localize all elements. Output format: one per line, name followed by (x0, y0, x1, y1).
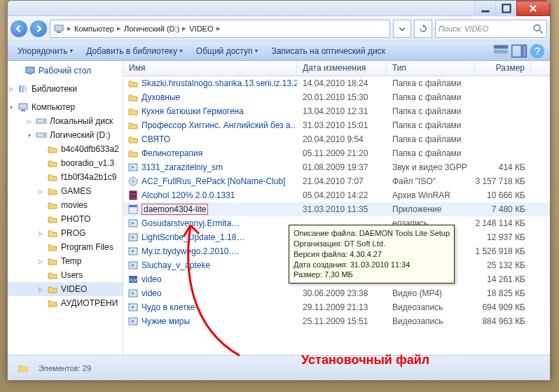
tree-item[interactable]: ▷Temp (8, 254, 123, 268)
file-row[interactable]: Фелинотерапия05.11.2009 21:20Папка с фай… (123, 146, 550, 160)
tree-item[interactable]: ▷PROG (8, 226, 123, 240)
file-name: video (142, 274, 162, 284)
col-type[interactable]: Тип (387, 61, 475, 76)
add-to-library-button[interactable]: Добавить в библиотеку▼ (81, 44, 188, 58)
tree-item[interactable]: f1b0f34a2b1c9 (8, 170, 123, 184)
file-type: Папка с файлами (387, 148, 475, 158)
tree-item[interactable]: ▷VIDEO (8, 282, 123, 296)
burn-button[interactable]: Записать на оптический диск (265, 44, 391, 58)
file-row[interactable]: Skazki.hrustalnogo.sharika.13.serii.iz.1… (123, 76, 550, 90)
file-size: 14 261 КБ (475, 274, 531, 284)
tree-item[interactable]: АУДИОТРЕНИ (8, 296, 123, 310)
col-size[interactable]: Размер (475, 61, 531, 76)
tree-item[interactable]: booradio_v1.3 (8, 156, 123, 170)
file-row[interactable]: Чудо в клетке29.11.2009 21:13Видеозапись… (123, 300, 550, 314)
svg-rect-18 (19, 104, 27, 109)
file-row[interactable]: video30.06.2009 23:38Видео (MP4)18 825 К… (123, 286, 550, 300)
file-icon (127, 134, 139, 145)
folder-icon (47, 214, 58, 225)
col-date[interactable]: Дата изменения (297, 61, 387, 76)
drive-icon (36, 130, 47, 141)
tree-logical-disk[interactable]: ▾Логический (D:) (8, 128, 123, 142)
file-name: Sluchay_v_apteke (142, 260, 210, 270)
file-row[interactable]: Alcohol 120% 2.0.0.133105.04.2010 14:22А… (123, 188, 550, 202)
folder-icon (47, 158, 58, 169)
file-size: 3 157 718 КБ (475, 176, 531, 186)
file-type: Приложение (387, 204, 475, 214)
titlebar (8, 1, 550, 16)
file-name: LightScribe_Update_1.18… (142, 232, 244, 242)
tree-item[interactable]: b4c40dfb633a2 (8, 142, 123, 156)
file-row[interactable]: daemon4304-lite31.03.2010 11:35Приложени… (123, 202, 550, 216)
crumb[interactable]: VIDEO (189, 24, 213, 33)
svg-point-27 (132, 181, 134, 183)
col-name[interactable]: Имя (123, 61, 297, 76)
back-button[interactable] (11, 20, 27, 37)
tree-computer[interactable]: ▾Компьютер (8, 96, 123, 114)
tree-item[interactable]: Program Files (8, 240, 123, 254)
nav-tree[interactable]: Рабочий стол ▷Библиотеки ▾Компьютер ▷Лок… (8, 61, 123, 355)
file-row[interactable]: СВЯТО20.04.2010 9:54Папка с файлами (123, 132, 550, 146)
forward-button[interactable] (30, 20, 47, 37)
file-date: 30.06.2009 23:38 (297, 288, 387, 298)
file-row[interactable]: Духовные20.01.2010 15:30Папка с файлами (123, 90, 550, 104)
file-type: Папка с файлами (387, 106, 475, 116)
svg-rect-9 (512, 45, 522, 57)
close-button[interactable] (516, 1, 550, 16)
file-size: 414 КБ (475, 162, 531, 172)
file-date: 21.04.2010 7:07 (297, 176, 387, 186)
tree-local-disk[interactable]: ▷Локальный диск (8, 114, 123, 128)
svg-rect-16 (22, 85, 24, 92)
svg-rect-1 (502, 4, 510, 12)
crumb[interactable]: Компьютер (74, 24, 114, 33)
search-icon (532, 23, 544, 34)
svg-rect-0 (481, 10, 489, 13)
folder-icon (47, 186, 58, 197)
file-type: Видеозапись (387, 316, 475, 326)
file-icon (127, 302, 139, 313)
organize-button[interactable]: Упорядочить▼ (12, 44, 79, 58)
file-type: Видеозапись (387, 302, 475, 312)
maximize-button[interactable] (495, 1, 516, 16)
file-name: Духовные (142, 92, 180, 102)
minimize-button[interactable] (474, 1, 495, 16)
tree-desktop[interactable]: Рабочий стол (8, 64, 123, 78)
file-type: Архив WinRAR (387, 190, 475, 200)
search-input[interactable]: Поиск: VIDEO (435, 20, 547, 38)
tree-item[interactable]: ▷GAMES (8, 184, 123, 198)
tree-libraries[interactable]: ▷Библиотеки (8, 78, 123, 96)
file-type: Звук и видео 3GPP (387, 162, 475, 172)
column-headers[interactable]: Имя Дата изменения Тип Размер (123, 61, 550, 76)
folder-icon (47, 227, 58, 239)
preview-pane-button[interactable] (511, 43, 527, 59)
file-row[interactable]: Кухня батюшки Гермогена13.04.2010 12:31П… (123, 104, 550, 118)
file-type: Видео (MP4) (387, 288, 475, 298)
crumb[interactable]: Логический (D:) (124, 24, 179, 33)
file-name: 3131_zarazitelniy_sm (142, 162, 223, 172)
view-button[interactable] (492, 43, 509, 59)
svg-text:FLV: FLV (130, 278, 137, 282)
help-button[interactable]: ? (529, 43, 546, 59)
share-button[interactable]: Общий доступ▼ (191, 44, 265, 58)
refresh-button[interactable] (414, 20, 432, 38)
file-type: Папка с файлами (387, 92, 475, 102)
file-name: Профессор Хиггинс. Английский без а… (142, 120, 297, 130)
file-row[interactable]: 3131_zarazitelniy_sm01.08.2009 19:37Звук… (123, 160, 550, 174)
computer-icon (18, 102, 29, 113)
file-icon (127, 120, 139, 131)
file-icon (127, 148, 139, 159)
file-list[interactable]: Имя Дата изменения Тип Размер Skazki.hru… (123, 61, 550, 355)
file-row[interactable]: Профессор Хиггинс. Английский без а…31.0… (123, 118, 550, 132)
tree-item[interactable]: Users (8, 268, 123, 282)
file-row[interactable]: Чужие миры25.11.2009 15:51Видеозапись884… (123, 314, 550, 328)
history-dropdown[interactable] (393, 20, 411, 38)
file-size: 25 132 КБ (475, 260, 531, 270)
file-date: 05.11.2009 21:20 (297, 148, 387, 158)
file-tooltip: Описание файла: DAEMON Tools Lite Setup … (289, 225, 455, 284)
file-row[interactable]: AC2_FullRus_RePack [NoName-Club]21.04.20… (123, 174, 550, 188)
status-label: Элементов: (39, 364, 81, 372)
tree-item[interactable]: PHOTO (8, 212, 123, 226)
breadcrumb[interactable]: ▸ Компьютер ▸ Логический (D:) ▸ VIDEO ▸ (50, 20, 390, 38)
file-size: 7 480 КБ (475, 204, 531, 214)
tree-item[interactable]: movies (8, 198, 123, 212)
